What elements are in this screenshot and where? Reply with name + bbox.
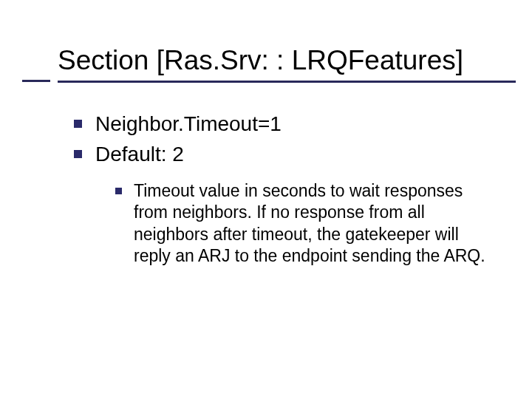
list-item: Neighbor.Timeout=1 (74, 111, 502, 137)
square-bullet-icon (74, 150, 82, 158)
sub-list: Timeout value in seconds to wait respons… (115, 180, 502, 267)
list-item: Default: 2 (74, 141, 502, 167)
list-item-text: Default: 2 (95, 141, 184, 167)
title-underline (58, 81, 516, 83)
title-underline-accent (22, 80, 50, 82)
slide: Section [Ras.Srv: : LRQFeatures] Neighbo… (0, 0, 532, 399)
square-bullet-icon (115, 188, 122, 194)
square-bullet-icon (74, 120, 82, 128)
list-item: Timeout value in seconds to wait respons… (115, 180, 502, 267)
list-item-text: Timeout value in seconds to wait respons… (134, 180, 488, 267)
list-item-text: Neighbor.Timeout=1 (95, 111, 282, 137)
slide-title: Section [Ras.Srv: : LRQFeatures] (58, 46, 510, 76)
body: Neighbor.Timeout=1 Default: 2 Timeout va… (74, 111, 502, 267)
title-block: Section [Ras.Srv: : LRQFeatures] (58, 46, 510, 83)
